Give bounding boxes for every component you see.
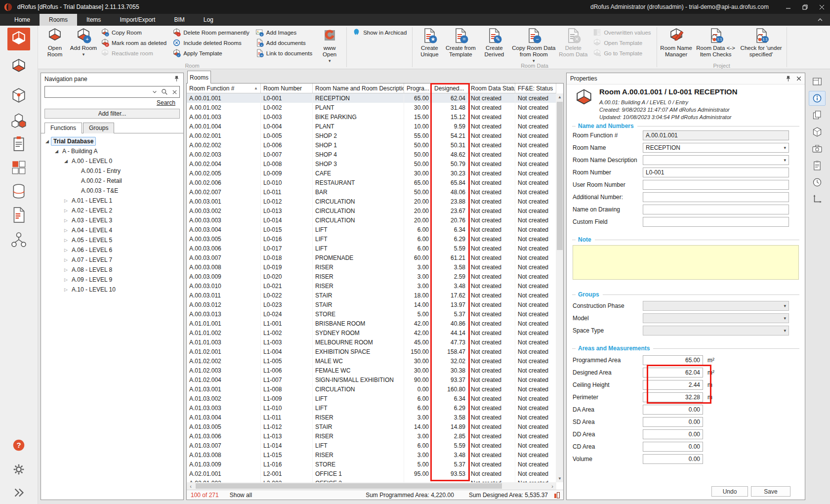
nav-tab-groups[interactable]: Groups (83, 123, 114, 133)
column-header-room-number[interactable]: Room Number (261, 84, 313, 93)
search-input[interactable] (45, 87, 150, 97)
tree-collapsed-arrow-icon[interactable]: ▷ (62, 218, 70, 223)
tree-item-a-00-02-retail[interactable]: A.00.02 - Retail (41, 176, 183, 186)
table-row[interactable]: A.00.03.009L0-020RISER3.002.59Not create… (187, 272, 556, 281)
tree-item-trial-database[interactable]: ◢Trial Database (41, 136, 183, 146)
table-row[interactable]: A.01.03.004L1-011RISER3.003.58Not create… (187, 413, 556, 422)
tree-expanded-arrow-icon[interactable]: ◢ (43, 139, 51, 144)
area-sum-icon[interactable] (554, 492, 560, 499)
cd-area-field[interactable]: 0.00 (643, 442, 703, 452)
table-row[interactable]: A.00.01.002L0-002PLANT30.0031.48Not crea… (187, 103, 556, 112)
table-row[interactable]: A.02.01.002L2-002OFFICE 2Not createdNot … (187, 478, 556, 482)
table-row[interactable]: A.00.01.003L0-003BIKE PARKING15.0015.12N… (187, 112, 556, 122)
vertical-scrollbar[interactable]: ▲ ▼ (556, 93, 563, 482)
table-row[interactable]: A.00.01.004L0-004PLANT10.009.59Not creat… (187, 122, 556, 131)
column-header-designed[interactable]: Designed... (432, 84, 468, 93)
table-row[interactable]: A.00.02.004L0-008SHOP 350.0050.79Not cre… (187, 159, 556, 168)
copies-button[interactable] (809, 108, 826, 123)
volume-field[interactable]: 0.00 (643, 454, 703, 464)
tree-collapsed-arrow-icon[interactable]: ▷ (62, 198, 70, 203)
table-row[interactable]: A.00.03.013L0-024STORE5.005.37Not create… (187, 309, 556, 319)
menu-tab-rooms[interactable]: Rooms (40, 14, 77, 26)
tree-item-a-08-level-8[interactable]: ▷A.08 - LEVEL 8 (41, 265, 183, 275)
www-open-button[interactable]: www Open▾ (315, 27, 344, 64)
column-header-room-function[interactable]: Room Function #▲ (187, 84, 261, 93)
tree-item-a-03-level-3[interactable]: ▷A.03 - LEVEL 3 (41, 215, 183, 225)
tree-item-a-05-level-5[interactable]: ▷A.05 - LEVEL 5 (41, 235, 183, 245)
tree-item-a-01-level-1[interactable]: ▷A.01 - LEVEL 1 (41, 196, 183, 206)
menu-tab-bim[interactable]: BIM (165, 14, 194, 26)
table-row[interactable]: A.01.01.003L1-003MELBOURNE ROOM45.0047.7… (187, 337, 556, 347)
systems-button[interactable] (7, 156, 30, 179)
custom-field-field[interactable] (643, 217, 789, 227)
tree-item-a-02-level-2[interactable]: ▷A.02 - LEVEL 2 (41, 206, 183, 215)
column-header-progra[interactable]: Progra... (404, 84, 432, 93)
space-type-select[interactable]: ▾ (643, 326, 789, 336)
table-row[interactable]: A.00.03.005L0-016LIFT6.006.29Not created… (187, 234, 556, 244)
search-icon[interactable] (160, 86, 169, 97)
menu-tab-items[interactable]: Items (77, 14, 110, 26)
maximize-button[interactable] (796, 0, 813, 14)
clear-search-icon[interactable] (169, 86, 179, 97)
room-name-select[interactable]: RECEPTION▾ (643, 143, 789, 153)
tree-collapsed-arrow-icon[interactable]: ▷ (62, 238, 70, 243)
apply-template-button[interactable]: ✓Apply Template (171, 48, 251, 58)
open-room-button[interactable]: Open Room (41, 27, 69, 62)
check-for-under-specified-button[interactable]: 1:1Check for 'under specified' (739, 27, 784, 62)
table-row[interactable]: A.00.02.003L0-007SHOP 450.0048.62Not cre… (187, 150, 556, 159)
settings-gear-button[interactable] (7, 458, 30, 481)
link-to-documents-button[interactable]: ∞Link to documents (254, 48, 314, 58)
scroll-right-icon[interactable]: › (548, 483, 556, 489)
da-area-field[interactable]: 0.00 (643, 405, 703, 415)
data-tables-button[interactable] (7, 180, 30, 203)
measure-corner-button[interactable] (809, 192, 826, 207)
tree-collapsed-arrow-icon[interactable]: ▷ (62, 228, 70, 233)
table-row[interactable]: A.00.02.002L0-006SHOP 150.0050.31Not cre… (187, 140, 556, 150)
column-header-ff-e-status[interactable]: FF&E: Status (515, 84, 556, 93)
tree-expanded-arrow-icon[interactable]: ◢ (62, 159, 70, 164)
programmed-area-field[interactable]: 65.00 (643, 355, 703, 365)
tree-item-a-00-01-entry[interactable]: A.00.01 - Entry (41, 166, 183, 176)
search-options-chevron-icon[interactable] (150, 86, 160, 97)
panel-layout-button[interactable] (809, 74, 826, 89)
table-row[interactable]: A.00.02.007L0-011BAR50.0048.06Not create… (187, 187, 556, 197)
horizontal-scrollbar[interactable]: ‹ › (187, 482, 556, 490)
table-row[interactable]: A.00.03.003L0-014CIRCULATION20.0020.76No… (187, 215, 556, 225)
room-data-item-checks-button[interactable]: 1:1Room Data <-> Item Checks (693, 27, 739, 62)
additional-number-field[interactable] (643, 192, 789, 202)
table-row[interactable]: A.00.03.007L0-018PROMENADE60.0061.21Not … (187, 253, 556, 262)
table-row[interactable]: A.01.03.003L1-010LIFT6.006.29Not created… (187, 403, 556, 413)
tree-item-a-06-level-6[interactable]: ▷A.06 - LEVEL 6 (41, 245, 183, 255)
rooms-module-button[interactable] (7, 28, 30, 50)
tree-item-a-00-level-0[interactable]: ◢A.00 - LEVEL 0 (41, 156, 183, 166)
room-name-description-select[interactable]: ▾ (643, 155, 789, 165)
vertical-scroll-thumb[interactable] (557, 102, 563, 250)
table-row[interactable]: A.01.03.005L1-012STAIR14.0014.89Not crea… (187, 422, 556, 431)
info-button[interactable] (809, 91, 826, 106)
add-images-button[interactable]: +Add Images (254, 27, 314, 38)
menu-tab-import-export[interactable]: Import/Export (110, 14, 165, 26)
close-panel-icon[interactable] (796, 76, 801, 81)
tree-collapsed-arrow-icon[interactable]: ▷ (62, 248, 70, 252)
close-button[interactable] (813, 0, 830, 14)
table-row[interactable]: A.01.02.003L1-006FEMALE WC30.0030.38Not … (187, 366, 556, 375)
table-row[interactable]: A.00.03.004L0-015LIFT6.006.34Not created… (187, 225, 556, 234)
dd-area-field[interactable]: 0.00 (643, 429, 703, 439)
table-row[interactable]: A.00.03.008L0-019RISER3.003.58Not create… (187, 262, 556, 272)
scroll-up-icon[interactable]: ▲ (556, 93, 563, 101)
create-from-template-button[interactable]: =Create from Template (444, 27, 477, 62)
ceiling-height-field[interactable]: 2.44 (643, 380, 703, 390)
construction-phase-select[interactable]: ▾ (643, 301, 789, 311)
table-row[interactable]: A.01.03.009L1-016STORE5.005.37Not create… (187, 460, 556, 469)
show-in-archicad-button[interactable]: Show in Archicad (351, 27, 408, 38)
tree-item-a-09-level-9[interactable]: ▷A.09 - LEVEL 9 (41, 275, 183, 285)
add-documents-button[interactable]: +Add documents (254, 38, 314, 48)
tree-collapsed-arrow-icon[interactable]: ▷ (62, 208, 70, 213)
user-room-number-field[interactable] (643, 180, 789, 190)
table-row[interactable]: A.00.02.001L0-005SHOP 255.0054.21Not cre… (187, 131, 556, 140)
finishes-button[interactable] (7, 132, 30, 155)
table-row[interactable]: A.00.02.005L0-009CAFE30.0030.23Not creat… (187, 168, 556, 178)
copy-room-button[interactable]: +Copy Room (99, 27, 168, 38)
table-row[interactable]: A.01.02.002L1-005MALE WC30.0032.02Not cr… (187, 356, 556, 366)
table-row[interactable]: A.01.03.001L1-008CIRCULATION0.00160.80No… (187, 384, 556, 394)
